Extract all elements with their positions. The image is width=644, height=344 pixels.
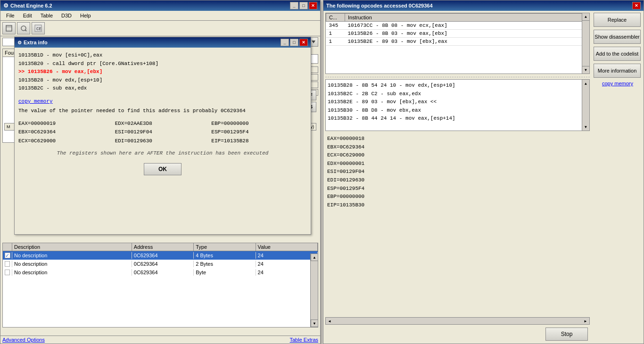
- extra-info-title-left: ⚙ Extra info: [17, 40, 48, 45]
- right-buttons-panel: Replace Show disassembler Add to the cod…: [592, 11, 644, 344]
- ok-button[interactable]: OK: [144, 163, 182, 175]
- toolbar-btn-2[interactable]: [17, 22, 30, 34]
- lower-scroll-down[interactable]: ▼: [582, 123, 589, 131]
- lower-reg-esi: ESI=00129F04: [327, 168, 588, 176]
- table-scroll-down[interactable]: ▼: [582, 66, 589, 74]
- h-scroll-right[interactable]: ▶: [582, 318, 589, 324]
- opcodes-content-area: C... Instruction 345 101673CC - 8B 08 - …: [323, 11, 592, 344]
- replace-button[interactable]: Replace: [594, 13, 641, 27]
- h-scroll-left[interactable]: ◀: [326, 318, 333, 324]
- opcodes-table-container: C... Instruction 345 101673CC - 8B 08 - …: [325, 13, 590, 74]
- header-description: Description: [12, 243, 132, 251]
- opcode-row-2[interactable]: 1 10135B2E - 89 03 - mov [ebx],eax: [326, 38, 589, 46]
- opcode-row-1[interactable]: 1 10135B26 - 8B 03 - mov eax,[ebx]: [326, 30, 589, 38]
- svg-marker-6: [312, 41, 315, 43]
- scroll-up-arrow[interactable]: ▲: [311, 254, 318, 261]
- code-line-1: 10135B20 - call dword ptr [Core.GNatives…: [18, 60, 307, 68]
- ce-minimize-button[interactable]: _: [290, 2, 298, 9]
- reg-ecx: ECX=0C629000: [18, 137, 114, 145]
- lower-code-line-1: 10135B2C - 2B C2 - sub eax,edx: [328, 90, 587, 98]
- ce-title-left: ⚙ Cheat Engine 6.2: [3, 2, 52, 9]
- toolbar-btn-3[interactable]: CE: [32, 22, 45, 34]
- address-list-scrollbar[interactable]: ▲ ▼: [310, 254, 318, 327]
- lower-code-line-2: 10135B2E - 89 03 - mov [ebx],eax <<: [328, 98, 587, 106]
- table-extras-link[interactable]: Table Extras: [289, 337, 318, 343]
- reg-eax-val: 00000019: [31, 121, 56, 126]
- list-row-0[interactable]: ✓ No description 0C629364 4 Bytes 24: [3, 251, 318, 260]
- ok-btn-container: OK: [18, 163, 307, 175]
- col-count: C...: [326, 14, 345, 22]
- reg-ecx-val: 0C629000: [31, 138, 56, 144]
- copy-memory-right-link[interactable]: copy memory: [594, 81, 642, 86]
- opcodes-table-scrollbar[interactable]: ▲ ▼: [582, 13, 589, 74]
- code-line-2-text: 10135B26 - mov eax,[ebx]: [28, 69, 102, 74]
- scroll-down-arrow[interactable]: ▼: [311, 319, 318, 327]
- toolbar-btn-1[interactable]: [2, 22, 16, 34]
- header-value: Value: [256, 243, 318, 251]
- lower-code-line-3: 10135B30 - 8B D8 - mov ebx,eax: [328, 106, 587, 115]
- opcodes-title-text: The following opcodes accessed 0C629364: [326, 3, 433, 8]
- row0-checkbox[interactable]: ✓: [3, 252, 12, 259]
- row0-address: 0C629364: [132, 252, 194, 259]
- lower-reg-edi: EDI=00129630: [327, 176, 588, 185]
- stop-btn-area: Stop: [323, 326, 592, 344]
- extra-info-content: 10135B1D - mov [esi+0C],eax 10135B20 - c…: [15, 48, 311, 179]
- ce-status-bar: Advanced Options Table Extras: [0, 336, 320, 344]
- list-row-2[interactable]: No description 0C629364 Byte 24: [3, 268, 318, 277]
- opcodes-table: C... Instruction 345 101673CC - 8B 08 - …: [326, 13, 589, 46]
- code-line-4: 10135B2C - sub eax,edx: [18, 84, 307, 93]
- ce-close-button[interactable]: ✕: [309, 2, 317, 9]
- row0-value: 24: [256, 252, 318, 259]
- extra-info-close[interactable]: ✕: [299, 39, 308, 46]
- lower-reg-ecx: ECX=0C629000: [327, 151, 588, 160]
- reg-esi: ESI=00129F04: [115, 128, 211, 136]
- horizontal-scrollbar[interactable]: ◀ ▶: [325, 317, 590, 325]
- reg-esp: ESP=001295F4: [211, 128, 307, 136]
- table-scroll-up[interactable]: ▲: [582, 13, 589, 21]
- row0-description: No description: [12, 252, 132, 259]
- opr2-count: 1: [326, 38, 345, 46]
- menu-help[interactable]: Help: [76, 12, 95, 19]
- lower-reg-ebp: EBP=00000000: [327, 193, 588, 201]
- reg-ebx-val: 0C629364: [31, 129, 56, 135]
- opcodes-close-button[interactable]: ✕: [632, 2, 641, 9]
- code-line-3: 10135B28 - mov edx,[esp+10]: [18, 76, 307, 85]
- reg-ebp: EBP=00000000: [211, 120, 307, 128]
- reg-ebp-val: 00000000: [224, 121, 249, 126]
- lower-code-line-4: 10135B32 - 8B 44 24 14 - mov eax,[esp+14…: [328, 115, 587, 123]
- menu-edit[interactable]: Edit: [19, 12, 36, 19]
- lower-code-scrollbar[interactable]: ▲ ▼: [582, 80, 589, 131]
- row1-checkbox[interactable]: [3, 261, 12, 267]
- opcodes-window-controls: ✕: [632, 2, 641, 9]
- menu-file[interactable]: File: [2, 12, 18, 19]
- lower-reg-ebx: EBX=0C629364: [327, 143, 588, 152]
- more-information-button[interactable]: More information: [594, 64, 641, 78]
- list-row-1[interactable]: No description 0C629364 2 Bytes 24: [3, 260, 318, 268]
- reg-esp-val: 001295F4: [224, 129, 249, 135]
- lower-reg-esp: ESP=001295F4: [327, 185, 588, 193]
- menu-d3d[interactable]: D3D: [58, 12, 75, 19]
- ce-title-text: Cheat Engine 6.2: [10, 3, 52, 8]
- header-active: [3, 243, 12, 251]
- extra-info-minimize[interactable]: _: [281, 39, 289, 46]
- opr1-instr: 10135B26 - 8B 03 - mov eax,[ebx]: [345, 30, 589, 38]
- row2-checkbox[interactable]: [3, 269, 12, 276]
- ce-maximize-button[interactable]: □: [299, 2, 308, 9]
- advanced-options-link[interactable]: Advanced Options: [2, 337, 45, 343]
- row2-address: 0C629364: [132, 269, 194, 276]
- lower-code-area: 10135B28 - 8B 54 24 10 - mov edx,[esp+10…: [325, 79, 590, 131]
- ce-toolbar: CE: [0, 21, 320, 36]
- extra-info-maximize[interactable]: □: [290, 39, 298, 46]
- reg-esi-val: 00129F04: [127, 129, 152, 135]
- menu-table[interactable]: Table: [37, 12, 57, 19]
- highlight-arrow: >>: [18, 69, 28, 74]
- extra-info-dialog: ⚙ Extra info _ □ ✕ 10135B1D - mov [esi+0…: [14, 37, 311, 235]
- opr0-instr: 101673CC - 8B 08 - mov ecx,[eax]: [345, 22, 589, 30]
- show-disassembler-button[interactable]: Show disassembler: [594, 30, 641, 44]
- svg-line-3: [25, 30, 26, 31]
- copy-memory-link[interactable]: copy memory: [18, 98, 307, 106]
- stop-button[interactable]: Stop: [545, 328, 588, 341]
- lower-scroll-up[interactable]: ▲: [582, 80, 589, 87]
- opcode-row-0[interactable]: 345 101673CC - 8B 08 - mov ecx,[eax]: [326, 22, 589, 30]
- add-to-codelist-button[interactable]: Add to the codelist: [594, 47, 641, 61]
